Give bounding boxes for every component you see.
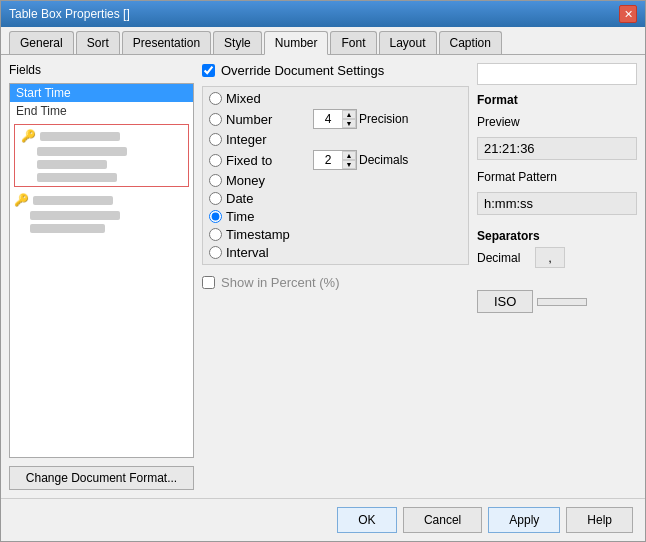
label-number: Number bbox=[226, 112, 272, 127]
main-window: Table Box Properties [] ✕ General Sort P… bbox=[0, 0, 646, 542]
decimal-separator-input[interactable]: , bbox=[535, 247, 565, 268]
label-mixed: Mixed bbox=[226, 91, 261, 106]
option-date-row: Date bbox=[209, 191, 462, 206]
tab-general[interactable]: General bbox=[9, 31, 74, 54]
iso-extra-button[interactable] bbox=[537, 298, 587, 306]
decimals-down-button[interactable]: ▼ bbox=[342, 160, 356, 169]
window-title: Table Box Properties [] bbox=[9, 7, 130, 21]
label-interval: Interval bbox=[226, 245, 269, 260]
option-fixedto-row: Fixed to bbox=[209, 153, 309, 168]
decimal-label: Decimal bbox=[477, 251, 527, 265]
field-row-1: 🔑 bbox=[17, 127, 186, 145]
radio-timestamp[interactable] bbox=[209, 228, 222, 241]
decimal-separator-row: Decimal , bbox=[477, 247, 637, 268]
middle-panel: Override Document Settings Mixed Number bbox=[202, 63, 469, 490]
option-timestamp-row: Timestamp bbox=[209, 227, 462, 242]
option-mixed-row: Mixed bbox=[209, 91, 462, 106]
precision-down-button[interactable]: ▼ bbox=[342, 119, 356, 128]
field-row-7 bbox=[10, 222, 193, 235]
decimals-up-button[interactable]: ▲ bbox=[342, 151, 356, 160]
preview-value: 21:21:36 bbox=[477, 137, 637, 160]
label-time: Time bbox=[226, 209, 254, 224]
radio-number[interactable] bbox=[209, 113, 222, 126]
iso-button[interactable]: ISO bbox=[477, 290, 533, 313]
field-end-time[interactable]: End Time bbox=[10, 102, 193, 120]
ok-button[interactable]: OK bbox=[337, 507, 397, 533]
apply-button[interactable]: Apply bbox=[488, 507, 560, 533]
label-integer: Integer bbox=[226, 132, 266, 147]
tab-bar: General Sort Presentation Style Number F… bbox=[1, 27, 645, 55]
field-row-4 bbox=[17, 171, 186, 184]
format-top-box bbox=[477, 63, 637, 85]
field-row-6 bbox=[10, 209, 193, 222]
override-row: Override Document Settings bbox=[202, 63, 469, 78]
separators-label: Separators bbox=[477, 229, 637, 243]
titlebar: Table Box Properties [] ✕ bbox=[1, 1, 645, 27]
label-money: Money bbox=[226, 173, 265, 188]
radio-date[interactable] bbox=[209, 192, 222, 205]
precision-input[interactable]: 4 bbox=[314, 110, 342, 128]
tab-style[interactable]: Style bbox=[213, 31, 262, 54]
precision-label: Precision bbox=[359, 112, 408, 126]
show-percent-checkbox[interactable] bbox=[202, 276, 215, 289]
left-panel: Fields Start Time End Time 🔑 bbox=[9, 63, 194, 490]
radio-time[interactable] bbox=[209, 210, 222, 223]
show-percent-row: Show in Percent (%) bbox=[202, 275, 469, 290]
bottom-bar: OK Cancel Apply Help bbox=[1, 498, 645, 541]
tab-presentation[interactable]: Presentation bbox=[122, 31, 211, 54]
field-row-2 bbox=[17, 145, 186, 158]
help-button[interactable]: Help bbox=[566, 507, 633, 533]
fields-list[interactable]: Start Time End Time 🔑 bbox=[9, 83, 194, 458]
format-title: Format bbox=[477, 93, 637, 107]
radio-interval[interactable] bbox=[209, 246, 222, 259]
number-options-panel: Mixed Number 4 ▲ bbox=[202, 86, 469, 265]
label-fixedto: Fixed to bbox=[226, 153, 272, 168]
field-start-time[interactable]: Start Time bbox=[10, 84, 193, 102]
option-number-row: Number bbox=[209, 112, 309, 127]
show-percent-label: Show in Percent (%) bbox=[221, 275, 340, 290]
option-interval-row: Interval bbox=[209, 245, 462, 260]
tab-sort[interactable]: Sort bbox=[76, 31, 120, 54]
option-time-row: Time bbox=[209, 209, 462, 224]
change-document-format-button[interactable]: Change Document Format... bbox=[9, 466, 194, 490]
iso-row: ISO bbox=[477, 290, 637, 313]
close-button[interactable]: ✕ bbox=[619, 5, 637, 23]
radio-money[interactable] bbox=[209, 174, 222, 187]
field-row-3 bbox=[17, 158, 186, 171]
option-integer-row: Integer bbox=[209, 132, 462, 147]
format-panel: Format Preview 21:21:36 Format Pattern h… bbox=[477, 63, 637, 490]
override-label: Override Document Settings bbox=[221, 63, 384, 78]
tab-layout[interactable]: Layout bbox=[379, 31, 437, 54]
field-row-5: 🔑 bbox=[10, 191, 193, 209]
override-checkbox[interactable] bbox=[202, 64, 215, 77]
radio-fixedto[interactable] bbox=[209, 154, 222, 167]
label-date: Date bbox=[226, 191, 253, 206]
radio-mixed[interactable] bbox=[209, 92, 222, 105]
label-timestamp: Timestamp bbox=[226, 227, 290, 242]
tab-content: Fields Start Time End Time 🔑 bbox=[1, 55, 645, 498]
key-icon-1: 🔑 bbox=[21, 129, 36, 143]
fields-label: Fields bbox=[9, 63, 194, 77]
cancel-button[interactable]: Cancel bbox=[403, 507, 482, 533]
option-money-row: Money bbox=[209, 173, 462, 188]
tab-caption[interactable]: Caption bbox=[439, 31, 502, 54]
precision-up-button[interactable]: ▲ bbox=[342, 110, 356, 119]
decimals-input[interactable]: 2 bbox=[314, 151, 342, 169]
separators-section: Separators Decimal , bbox=[477, 229, 637, 268]
pattern-label: Format Pattern bbox=[477, 170, 637, 184]
key-icon-2: 🔑 bbox=[14, 193, 29, 207]
preview-label: Preview bbox=[477, 115, 637, 129]
pattern-value: h:mm:ss bbox=[477, 192, 637, 215]
tab-number[interactable]: Number bbox=[264, 31, 329, 55]
tab-font[interactable]: Font bbox=[330, 31, 376, 54]
decimals-label: Decimals bbox=[359, 153, 408, 167]
radio-integer[interactable] bbox=[209, 133, 222, 146]
